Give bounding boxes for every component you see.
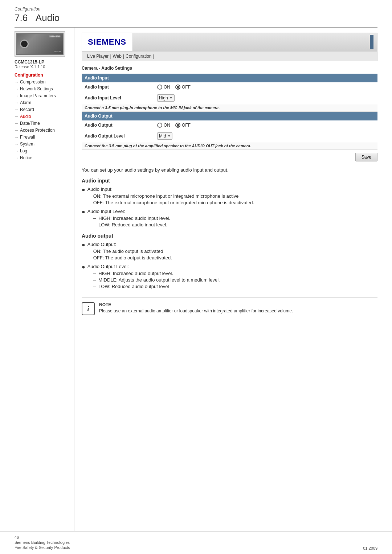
sidebar-item-datetime[interactable]: → Date/Time (15, 120, 74, 126)
sidebar-item-network-settings[interactable]: → Network Settings (15, 86, 74, 92)
sidebar-item-label: Network Settings (20, 86, 53, 91)
siemens-header: SIEMENS (82, 33, 377, 52)
arrow-icon: → (15, 107, 19, 112)
save-button[interactable]: Save (355, 153, 377, 161)
bullet-icon: ● (82, 187, 85, 193)
audio-input-on-radio[interactable] (157, 85, 162, 90)
audio-input-label: Audio Input (82, 82, 154, 92)
note-icon: i (82, 302, 95, 315)
settings-table: Audio Input Audio Input ON OFF (82, 74, 377, 150)
save-button-row: Save (82, 153, 377, 161)
arrow-icon: → (15, 142, 19, 146)
audio-input-level-sub-list: – HIGH: Increased audio input level. – L… (87, 216, 377, 227)
audio-input-on-label: ON (164, 85, 170, 90)
audio-output-note: Connect the 3.5 mm plug of the amplified… (82, 142, 377, 150)
list-item: OFF: The external microphone input or in… (93, 200, 377, 205)
audio-output-note-row: Connect the 3.5 mm plug of the amplified… (82, 142, 377, 150)
sidebar: SIEMENS BRL-H CCMC1315-LP Release X.1.1.… (15, 28, 74, 531)
sidebar-item-label: Audio (20, 114, 31, 119)
page-title-number: 7.6 (15, 12, 28, 23)
audio-input-item-label: Audio Input: (87, 186, 113, 192)
audio-output-on-radio[interactable] (157, 123, 162, 128)
audio-input-level-row: Audio Input Level High ▼ (82, 92, 377, 104)
description-intro: You can set up your audio settings by en… (82, 167, 377, 173)
audio-output-level-select[interactable]: Mid ▼ (157, 132, 172, 140)
nav-link-configuration[interactable]: Configuration (126, 54, 151, 59)
arrow-icon: → (15, 94, 19, 98)
audio-input-desc-list: ● Audio Input: ON: The external micropho… (82, 186, 377, 229)
sidebar-item-notice[interactable]: → Notice (15, 155, 74, 161)
list-item: ON: The audio output is activated (93, 249, 377, 254)
nav-link-web[interactable]: Web (113, 54, 122, 59)
list-item: – HIGH: Increased audio output level. (93, 271, 377, 276)
arrow-icon: → (15, 128, 19, 132)
note-title: NOTE (99, 302, 377, 307)
audio-output-label: Audio Output (82, 120, 154, 130)
audio-output-level-row: Audio Output Level Mid ▼ (82, 130, 377, 142)
audio-output-off-option[interactable]: OFF (175, 123, 191, 128)
audio-output-on-option[interactable]: ON (157, 123, 170, 128)
audio-output-level-control: Mid ▼ (154, 130, 377, 142)
sidebar-item-label: Log (20, 148, 27, 153)
audio-output-row: Audio Output ON OFF (82, 120, 377, 130)
siemens-logo-area: SIEMENS (82, 33, 132, 51)
description-area: You can set up your audio settings by en… (82, 167, 377, 315)
device-release: Release X.1.1.10 (15, 65, 74, 69)
audio-output-radio-group: ON OFF (157, 123, 375, 128)
sidebar-item-image-parameters[interactable]: → Image Parameters (15, 93, 74, 99)
sidebar-item-label: Access Protection (20, 128, 55, 133)
list-item: ● Audio Output Level: – HIGH: Increased … (82, 264, 377, 290)
footer-company: Siemens Building Technologies (15, 540, 70, 545)
audio-input-level-value: High (159, 95, 168, 100)
sidebar-item-access-protection[interactable]: → Access Protection (15, 127, 74, 133)
note-text: Please use an external audio amplifier o… (99, 308, 377, 313)
sidebar-item-compression[interactable]: → Compression (15, 79, 74, 85)
note-content: NOTE Please use an external audio amplif… (99, 302, 377, 313)
audio-input-off-radio[interactable] (175, 85, 180, 90)
sidebar-item-label: Image Parameters (20, 93, 56, 98)
sidebar-item-firewall[interactable]: → Firewall (15, 134, 74, 140)
arrow-icon: → (15, 156, 19, 160)
dropdown-arrow-icon: ▼ (167, 134, 171, 138)
sidebar-item-system[interactable]: → System (15, 141, 74, 147)
audio-input-level-label: Audio Input Level (82, 92, 154, 104)
audio-output-level-sub-list: – HIGH: Increased audio output level. – … (87, 271, 377, 289)
audio-input-off-option[interactable]: OFF (175, 85, 191, 90)
siemens-brand: SIEMENS (88, 37, 126, 47)
page-title-text: Audio (36, 12, 60, 23)
audio-output-level-label: Audio Output Level (82, 130, 154, 142)
audio-input-note: Connect a 3.5 mm plug-in microphone to t… (82, 104, 377, 112)
sidebar-item-label: System (20, 141, 34, 147)
audio-output-desc-list: ● Audio Output: ON: The audio output is … (82, 242, 377, 290)
sidebar-item-record[interactable]: → Record (15, 107, 74, 112)
list-item: ● Audio Output: ON: The audio output is … (82, 242, 377, 262)
sidebar-item-label: Alarm (20, 100, 31, 105)
sidebar-item-audio[interactable]: → Audio (15, 114, 74, 119)
list-item: ON: The external microphone input or int… (93, 193, 377, 199)
siemens-header-bar (132, 33, 377, 51)
list-item: ● Audio Input Level: – HIGH: Increased a… (82, 209, 377, 229)
device-name: CCMC1315-LP (15, 59, 74, 65)
nav-bar: Live Player | Web | Configuration | (82, 52, 377, 61)
sidebar-item-log[interactable]: → Log (15, 148, 74, 154)
sidebar-item-alarm[interactable]: → Alarm (15, 100, 74, 106)
audio-output-off-radio[interactable] (175, 123, 180, 128)
page-footer: 46 Siemens Building Technologies Fire Sa… (0, 531, 392, 554)
arrow-icon: → (15, 149, 19, 153)
page-title: 7.6 Audio (15, 12, 377, 24)
breadcrumb: Configuration (15, 7, 377, 12)
list-item: – MIDDLE: Adjusts the audio output level… (93, 277, 377, 283)
sidebar-item-label: Date/Time (20, 121, 40, 126)
audio-input-level-select[interactable]: High ▼ (157, 94, 175, 102)
nav-link-live-player[interactable]: Live Player (87, 54, 109, 59)
audio-output-sub-list: ON: The audio output is activated OFF: T… (87, 249, 377, 260)
audio-output-desc-title: Audio output (82, 233, 377, 239)
list-item: – LOW: Reduced audio input level. (93, 222, 377, 227)
list-item: – LOW: Reduced audio output level (93, 284, 377, 289)
audio-input-controls: ON OFF (154, 82, 377, 92)
footer-left: 46 Siemens Building Technologies Fire Sa… (15, 535, 70, 550)
audio-input-on-option[interactable]: ON (157, 85, 170, 90)
audio-output-level-item-label: Audio Output Level: (87, 264, 129, 269)
desc-item-content: Audio Output: ON: The audio output is ac… (87, 242, 377, 262)
audio-output-on-label: ON (164, 123, 170, 128)
